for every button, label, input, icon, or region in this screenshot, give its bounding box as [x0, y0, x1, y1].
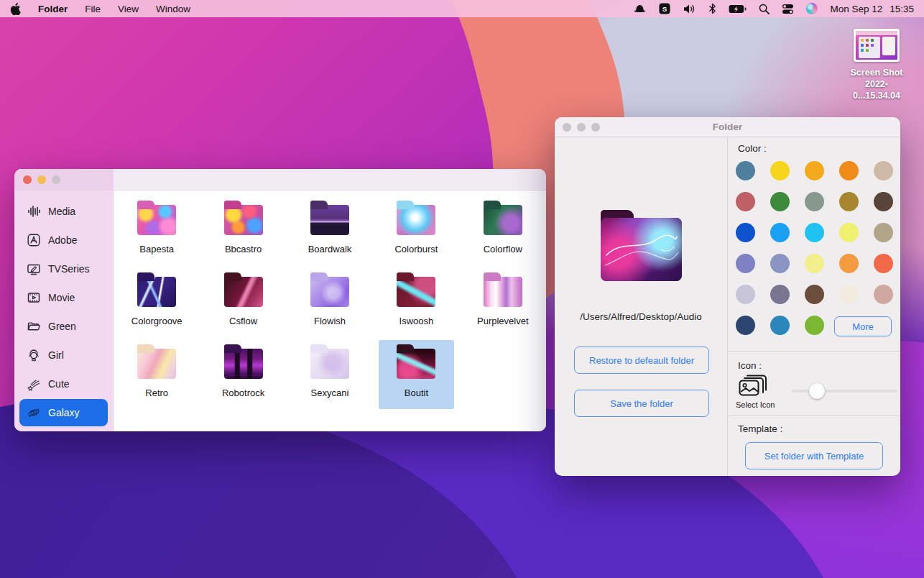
folder-window-titlebar[interactable]: Folder	[555, 117, 900, 137]
sidebar-item-girl[interactable]: Girl	[19, 341, 108, 369]
theme-item-label: Colorburst	[394, 244, 438, 254]
theme-item-colorburst[interactable]: Colorburst	[379, 196, 453, 265]
folder-path: /Users/Alfred/Desktop/Audio	[555, 311, 727, 322]
icon-size-slider[interactable]	[791, 390, 897, 393]
sidebar-item-green[interactable]: Green	[19, 313, 108, 340]
theme-item-label: Robotrock	[222, 387, 264, 398]
close-button[interactable]	[563, 123, 571, 132]
color-swatch[interactable]	[736, 254, 755, 273]
color-swatch[interactable]	[805, 254, 824, 273]
zoom-button[interactable]	[52, 175, 60, 184]
folder-thumbnail	[137, 349, 176, 379]
color-swatch[interactable]	[874, 254, 893, 273]
color-swatch[interactable]	[770, 285, 790, 304]
bartender-hat-icon[interactable]	[633, 4, 647, 14]
sidebar-item-tvseries[interactable]: TVSeries	[19, 255, 108, 283]
theme-item-bbcastro[interactable]: Bbcastro	[205, 196, 280, 265]
theme-item-retro[interactable]: Retro	[119, 340, 194, 409]
save-folder-button[interactable]: Save the folder	[574, 390, 709, 417]
theme-item-colorflow[interactable]: Colorflow	[466, 196, 540, 265]
color-swatch[interactable]	[839, 285, 859, 304]
color-swatch[interactable]	[839, 223, 859, 242]
theme-item-boutit[interactable]: Boutit	[379, 340, 453, 409]
color-swatch[interactable]	[770, 316, 790, 335]
zoom-button[interactable]	[591, 123, 600, 132]
themes-sidebar: MediaAdobeTVSeriesMovieGreenGirlCuteGala…	[14, 191, 114, 431]
folder-icon	[26, 318, 42, 334]
menubar-clock[interactable]: Mon Sep 12 15:35	[830, 4, 914, 14]
color-swatch[interactable]	[770, 254, 790, 273]
select-icon-button[interactable]	[739, 375, 767, 398]
sidebar-item-label: Galaxy	[48, 407, 80, 418]
theme-item-colorgroove[interactable]: Colorgroove	[119, 268, 194, 337]
spotlight-search-icon[interactable]	[759, 4, 770, 14]
folder-thumbnail	[397, 277, 435, 307]
theme-item-label: Boardwalk	[308, 244, 352, 254]
color-swatch[interactable]	[736, 161, 755, 180]
sidebar-item-adobe[interactable]: Adobe	[19, 226, 108, 254]
restore-default-folder-button[interactable]: Restore to defeault folder	[574, 347, 709, 374]
folder-thumbnail	[397, 205, 435, 235]
sidebar-item-label: TVSeries	[48, 263, 90, 275]
battery-charging-icon[interactable]	[729, 4, 747, 14]
color-swatch[interactable]	[839, 161, 859, 180]
film-play-icon	[26, 290, 42, 306]
screenshot-icon-label: Screen Shot 2022-0...15.34.04	[846, 67, 907, 101]
divider	[728, 416, 900, 416]
theme-item-iswoosh[interactable]: Iswoosh	[379, 268, 453, 337]
sidebar-item-galaxy[interactable]: Galaxy	[19, 399, 108, 426]
theme-item-flowish[interactable]: Flowish	[292, 268, 367, 337]
color-swatch[interactable]	[805, 161, 824, 180]
themes-grid: BapestaBbcastroBoardwalkColorburstColorf…	[114, 191, 546, 431]
minimize-button[interactable]	[577, 123, 586, 132]
sidebar-item-movie[interactable]: Movie	[19, 284, 108, 311]
apple-menu-icon[interactable]	[10, 3, 21, 15]
slider-thumb[interactable]	[809, 383, 825, 399]
more-colors-button[interactable]: More	[834, 316, 892, 336]
volume-icon[interactable]	[683, 4, 696, 14]
sidebar-item-media[interactable]: Media	[19, 198, 108, 225]
close-button[interactable]	[23, 175, 32, 184]
control-center-icon[interactable]	[782, 4, 794, 14]
desktop-screenshot-icon[interactable]: Screen Shot 2022-0...15.34.04	[846, 29, 907, 101]
color-swatch[interactable]	[770, 161, 790, 180]
sidebar-item-cute[interactable]: Cute	[19, 370, 108, 398]
themes-window-titlebar[interactable]	[14, 169, 546, 191]
color-swatch[interactable]	[839, 254, 859, 273]
siri-icon[interactable]	[806, 3, 818, 14]
color-swatch[interactable]	[874, 192, 893, 211]
icon-section-label: Icon :	[738, 360, 762, 371]
theme-item-bapesta[interactable]: Bapesta	[119, 196, 194, 265]
color-swatch[interactable]	[736, 192, 755, 211]
theme-item-boardwalk[interactable]: Boardwalk	[292, 196, 367, 265]
menubar-app-name[interactable]: Folder	[38, 4, 68, 14]
menubar-menu-window[interactable]: Window	[156, 4, 190, 14]
theme-item-sexycani[interactable]: Sexycani	[292, 340, 367, 409]
color-swatch[interactable]	[805, 316, 824, 335]
shottr-icon[interactable]: S	[659, 3, 670, 14]
bluetooth-icon[interactable]	[708, 3, 716, 14]
template-section-label: Template :	[738, 423, 782, 434]
color-swatch[interactable]	[736, 316, 755, 335]
menubar-menu-file[interactable]: File	[85, 4, 101, 14]
color-swatch[interactable]	[805, 285, 824, 304]
theme-item-purplevelvet[interactable]: Purplevelvet	[466, 268, 540, 337]
select-icon-caption: Select Icon	[736, 400, 775, 409]
set-folder-with-template-button[interactable]: Set folder with Template	[745, 442, 883, 469]
color-swatch[interactable]	[770, 223, 790, 242]
menubar-menu-view[interactable]: View	[118, 4, 139, 14]
minimize-button[interactable]	[37, 175, 46, 184]
sidebar-item-label: Green	[48, 321, 76, 332]
color-swatch[interactable]	[874, 223, 893, 242]
color-swatch[interactable]	[805, 192, 824, 211]
theme-item-csflow[interactable]: Csflow	[205, 268, 280, 337]
color-swatch[interactable]	[736, 223, 755, 242]
color-swatch[interactable]	[839, 192, 859, 211]
color-swatch[interactable]	[805, 223, 824, 242]
theme-item-robotrock[interactable]: Robotrock	[205, 340, 280, 409]
color-swatch[interactable]	[736, 285, 755, 304]
color-swatch[interactable]	[770, 192, 790, 211]
color-swatch[interactable]	[874, 161, 893, 180]
color-swatch[interactable]	[874, 285, 893, 304]
divider	[728, 351, 900, 352]
